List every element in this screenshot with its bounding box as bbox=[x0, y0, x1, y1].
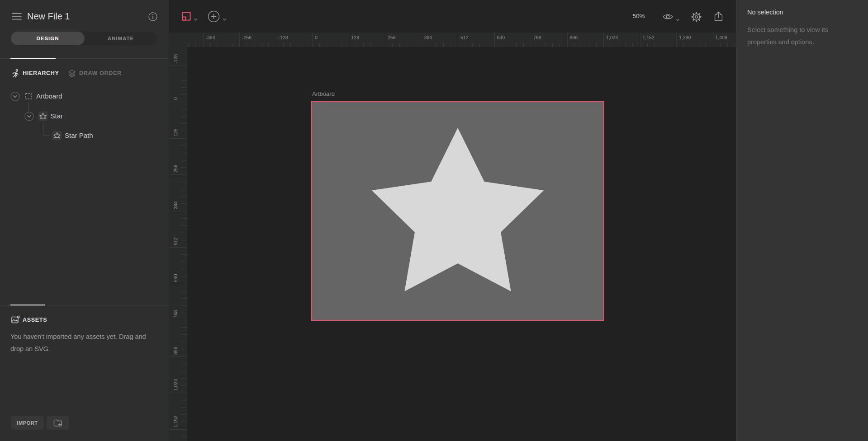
ruler-tick bbox=[407, 43, 407, 47]
ruler-tick bbox=[181, 196, 187, 197]
active-tab-indicator bbox=[10, 58, 56, 59]
ruler-tick bbox=[451, 43, 451, 47]
file-title: New File 1 bbox=[27, 11, 70, 22]
ruler-tick bbox=[181, 233, 187, 233]
ruler-tick bbox=[181, 422, 187, 422]
tree-item-label[interactable]: Star Path bbox=[65, 131, 93, 139]
info-icon[interactable] bbox=[148, 12, 158, 22]
ruler-tick bbox=[254, 43, 254, 47]
ruler-label: 1,280 bbox=[679, 35, 691, 40]
ruler-tick bbox=[312, 33, 313, 47]
assets-header[interactable]: ASSETS bbox=[23, 317, 47, 323]
active-tab-indicator bbox=[10, 305, 45, 305]
create-tool-chevron-icon[interactable] bbox=[223, 15, 227, 23]
view-options-chevron-icon[interactable] bbox=[676, 15, 680, 23]
ruler-tick bbox=[181, 123, 187, 124]
ruler-label: 512 bbox=[173, 237, 178, 245]
ruler-tick bbox=[181, 276, 187, 277]
ruler-label: -128 bbox=[173, 54, 178, 63]
ruler-tick bbox=[181, 334, 187, 335]
ruler-tick bbox=[261, 43, 261, 47]
ruler-tick bbox=[589, 43, 589, 47]
ruler-tick bbox=[181, 218, 187, 219]
ruler-tick bbox=[239, 33, 240, 47]
add-folder-button[interactable] bbox=[47, 416, 69, 430]
tab-hierarchy[interactable]: HIERARCHY bbox=[23, 70, 59, 76]
ruler-tick bbox=[181, 58, 187, 58]
ruler-tick bbox=[422, 33, 422, 47]
ruler-tick bbox=[188, 43, 189, 47]
ruler-tick bbox=[735, 43, 735, 47]
ruler-tick bbox=[181, 364, 187, 364]
left-sidebar: New File 1 DESIGN ANIMATE HIERARCHY DRAW… bbox=[0, 0, 169, 441]
eye-icon[interactable] bbox=[662, 13, 674, 23]
ruler-tick bbox=[479, 43, 480, 47]
ruler-tick bbox=[494, 33, 495, 47]
tree-item-label[interactable]: Artboard bbox=[36, 92, 62, 100]
ruler-tick bbox=[705, 43, 706, 47]
artboard-tool-chevron-icon[interactable] bbox=[194, 15, 198, 23]
ruler-tick bbox=[523, 43, 524, 47]
ruler-tick bbox=[356, 43, 356, 47]
ruler-tick bbox=[169, 320, 187, 320]
ruler-tick bbox=[181, 73, 187, 73]
ruler-tick bbox=[370, 43, 371, 47]
ruler-tick bbox=[378, 43, 378, 47]
tab-animate[interactable]: ANIMATE bbox=[85, 32, 157, 45]
ruler-tick bbox=[181, 378, 187, 379]
plus-circle-icon[interactable] bbox=[208, 10, 220, 24]
ruler-tick bbox=[385, 33, 385, 47]
ruler-tick bbox=[327, 43, 327, 47]
ruler-tick bbox=[169, 357, 187, 357]
import-button[interactable]: IMPORT bbox=[11, 416, 44, 430]
ruler-tick bbox=[181, 254, 187, 255]
tree-item-label[interactable]: Star bbox=[51, 112, 63, 120]
ruler-tick bbox=[560, 43, 560, 47]
ruler-tick bbox=[181, 291, 187, 291]
ruler-tick bbox=[640, 33, 640, 47]
ruler-tick bbox=[298, 43, 298, 47]
ruler-tick bbox=[181, 182, 187, 182]
gear-icon[interactable] bbox=[690, 11, 702, 25]
ruler-tick bbox=[545, 43, 545, 47]
ruler-tick bbox=[552, 43, 553, 47]
ruler-tick bbox=[232, 43, 232, 47]
ruler-tick bbox=[305, 43, 305, 47]
artboard-canvas-label[interactable]: Artboard bbox=[312, 90, 335, 97]
ruler-tick bbox=[247, 43, 247, 47]
ruler-label: 640 bbox=[173, 274, 178, 282]
ruler-tick bbox=[181, 167, 187, 168]
ruler-tick bbox=[632, 43, 633, 47]
star-icon bbox=[52, 131, 62, 142]
ruler-tick bbox=[181, 80, 187, 80]
ruler-label: 256 bbox=[173, 164, 178, 173]
tree-expander-icon[interactable] bbox=[24, 112, 34, 123]
ruler-label: 128 bbox=[351, 35, 360, 40]
ruler-tick bbox=[181, 189, 187, 189]
ruler-tick bbox=[611, 43, 611, 47]
ruler-tick bbox=[169, 138, 187, 139]
ruler-tick bbox=[727, 43, 728, 47]
ruler-tick bbox=[225, 43, 225, 47]
ruler-label: 384 bbox=[173, 201, 178, 209]
tree-connector bbox=[28, 103, 29, 111]
inspector-panel bbox=[736, 0, 868, 441]
ruler-label: -384 bbox=[206, 35, 215, 40]
ruler-tick bbox=[181, 269, 187, 269]
ruler-label: 1,152 bbox=[173, 415, 178, 427]
tab-draw-order[interactable]: DRAW ORDER bbox=[79, 70, 122, 76]
ruler-tick bbox=[319, 43, 320, 47]
zoom-level[interactable]: 50% bbox=[630, 13, 647, 19]
ruler-label: 1,408 bbox=[716, 35, 727, 40]
ruler-tick bbox=[181, 385, 187, 386]
artboard-tool-icon[interactable] bbox=[181, 11, 191, 23]
star-shape[interactable] bbox=[312, 102, 603, 320]
ruler-tick bbox=[181, 371, 187, 371]
share-icon[interactable] bbox=[713, 11, 724, 24]
tree-expander-icon[interactable] bbox=[10, 92, 20, 103]
ruler-label: 1,024 bbox=[606, 35, 618, 40]
menu-icon[interactable] bbox=[11, 12, 22, 20]
ruler-tick bbox=[203, 33, 204, 47]
tab-design[interactable]: DESIGN bbox=[11, 32, 85, 45]
ruler-label: 768 bbox=[173, 310, 178, 318]
